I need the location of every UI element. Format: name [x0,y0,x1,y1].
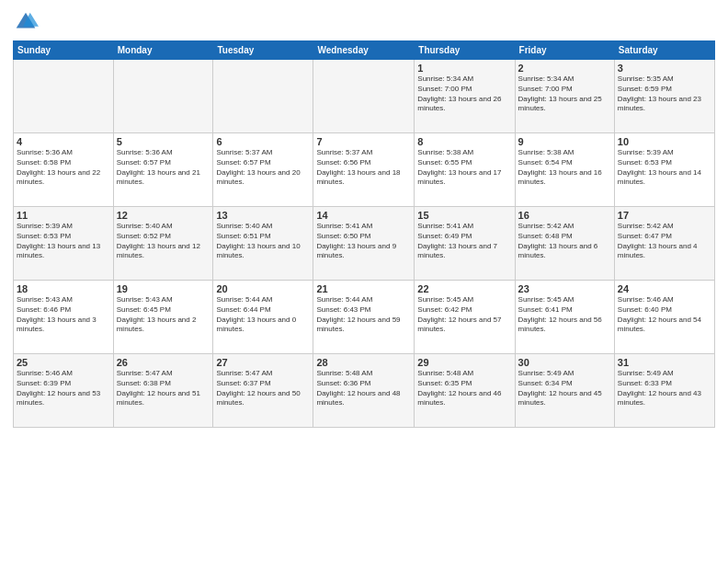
day-cell: 22Sunrise: 5:45 AMSunset: 6:42 PMDayligh… [415,281,515,354]
page: SundayMondayTuesdayWednesdayThursdayFrid… [0,0,728,563]
day-info: Sunrise: 5:45 AMSunset: 6:42 PMDaylight:… [417,295,511,335]
day-cell: 2Sunrise: 5:34 AMSunset: 7:00 PMDaylight… [515,60,614,133]
day-cell: 9Sunrise: 5:38 AMSunset: 6:54 PMDaylight… [515,133,614,207]
day-number: 16 [518,210,611,221]
day-header-sunday: Sunday [14,41,114,60]
day-info: Sunrise: 5:46 AMSunset: 6:40 PMDaylight:… [618,295,711,335]
day-header-tuesday: Tuesday [213,41,313,60]
day-info: Sunrise: 5:42 AMSunset: 6:48 PMDaylight:… [518,222,611,261]
day-info: Sunrise: 5:46 AMSunset: 6:39 PMDaylight:… [17,369,110,408]
day-number: 18 [17,283,110,294]
header [13,9,715,35]
day-number: 21 [316,283,411,294]
day-number: 11 [17,210,110,221]
day-cell: 3Sunrise: 5:35 AMSunset: 6:59 PMDaylight… [614,60,714,133]
day-info: Sunrise: 5:48 AMSunset: 6:36 PMDaylight:… [316,369,411,408]
day-cell: 21Sunrise: 5:44 AMSunset: 6:43 PMDayligh… [313,281,415,354]
day-cell: 14Sunrise: 5:41 AMSunset: 6:50 PMDayligh… [313,207,415,281]
day-info: Sunrise: 5:47 AMSunset: 6:38 PMDaylight:… [117,369,210,408]
day-info: Sunrise: 5:48 AMSunset: 6:35 PMDaylight:… [417,369,511,408]
day-info: Sunrise: 5:36 AMSunset: 6:58 PMDaylight:… [17,148,110,188]
day-info: Sunrise: 5:40 AMSunset: 6:52 PMDaylight:… [117,222,210,261]
day-cell: 24Sunrise: 5:46 AMSunset: 6:40 PMDayligh… [614,281,714,354]
day-cell: 16Sunrise: 5:42 AMSunset: 6:48 PMDayligh… [515,207,614,281]
day-number: 2 [518,63,611,74]
day-info: Sunrise: 5:34 AMSunset: 7:00 PMDaylight:… [518,75,611,114]
day-cell: 15Sunrise: 5:41 AMSunset: 6:49 PMDayligh… [415,207,515,281]
day-number: 19 [117,283,210,294]
day-cell: 1Sunrise: 5:34 AMSunset: 7:00 PMDaylight… [415,60,515,133]
header-row: SundayMondayTuesdayWednesdayThursdayFrid… [14,41,715,60]
logo-icon [13,9,39,35]
day-cell: 29Sunrise: 5:48 AMSunset: 6:35 PMDayligh… [415,354,515,428]
day-number: 12 [117,210,210,221]
day-cell [313,60,415,133]
calendar-header: SundayMondayTuesdayWednesdayThursdayFrid… [14,41,715,60]
day-header-friday: Friday [515,41,614,60]
day-info: Sunrise: 5:40 AMSunset: 6:51 PMDaylight:… [216,222,310,261]
day-number: 27 [216,357,310,368]
day-info: Sunrise: 5:41 AMSunset: 6:49 PMDaylight:… [417,222,511,261]
day-cell [113,60,213,133]
day-number: 25 [17,357,110,368]
day-info: Sunrise: 5:37 AMSunset: 6:57 PMDaylight:… [216,148,310,188]
week-row-4: 18Sunrise: 5:43 AMSunset: 6:46 PMDayligh… [14,281,715,354]
day-info: Sunrise: 5:37 AMSunset: 6:56 PMDaylight:… [316,148,411,188]
day-info: Sunrise: 5:49 AMSunset: 6:33 PMDaylight:… [618,369,711,408]
day-number: 30 [518,357,611,368]
day-number: 26 [117,357,210,368]
day-cell: 5Sunrise: 5:36 AMSunset: 6:57 PMDaylight… [113,133,213,207]
day-cell [14,60,114,133]
day-number: 5 [117,136,210,147]
day-cell: 6Sunrise: 5:37 AMSunset: 6:57 PMDaylight… [213,133,313,207]
day-header-wednesday: Wednesday [313,41,415,60]
day-info: Sunrise: 5:38 AMSunset: 6:54 PMDaylight:… [518,148,611,188]
day-cell: 4Sunrise: 5:36 AMSunset: 6:58 PMDaylight… [14,133,114,207]
week-row-3: 11Sunrise: 5:39 AMSunset: 6:53 PMDayligh… [14,207,715,281]
week-row-2: 4Sunrise: 5:36 AMSunset: 6:58 PMDaylight… [14,133,715,207]
day-info: Sunrise: 5:43 AMSunset: 6:45 PMDaylight:… [117,295,210,335]
day-number: 14 [316,210,411,221]
day-cell: 30Sunrise: 5:49 AMSunset: 6:34 PMDayligh… [515,354,614,428]
day-number: 1 [417,63,511,74]
day-cell: 26Sunrise: 5:47 AMSunset: 6:38 PMDayligh… [113,354,213,428]
day-header-monday: Monday [113,41,213,60]
day-cell: 27Sunrise: 5:47 AMSunset: 6:37 PMDayligh… [213,354,313,428]
day-cell: 10Sunrise: 5:39 AMSunset: 6:53 PMDayligh… [614,133,714,207]
day-cell: 31Sunrise: 5:49 AMSunset: 6:33 PMDayligh… [614,354,714,428]
day-header-saturday: Saturday [614,41,714,60]
day-cell: 17Sunrise: 5:42 AMSunset: 6:47 PMDayligh… [614,207,714,281]
day-number: 31 [618,357,711,368]
calendar-body: 1Sunrise: 5:34 AMSunset: 7:00 PMDaylight… [14,60,715,428]
day-cell: 28Sunrise: 5:48 AMSunset: 6:36 PMDayligh… [313,354,415,428]
day-number: 8 [417,136,511,147]
day-cell: 19Sunrise: 5:43 AMSunset: 6:45 PMDayligh… [113,281,213,354]
day-number: 24 [618,283,711,294]
day-info: Sunrise: 5:43 AMSunset: 6:46 PMDaylight:… [17,295,110,335]
day-cell: 18Sunrise: 5:43 AMSunset: 6:46 PMDayligh… [14,281,114,354]
day-info: Sunrise: 5:41 AMSunset: 6:50 PMDaylight:… [316,222,411,261]
day-cell: 7Sunrise: 5:37 AMSunset: 6:56 PMDaylight… [313,133,415,207]
day-info: Sunrise: 5:42 AMSunset: 6:47 PMDaylight:… [618,222,711,261]
day-info: Sunrise: 5:44 AMSunset: 6:43 PMDaylight:… [316,295,411,335]
day-number: 22 [417,283,511,294]
day-info: Sunrise: 5:38 AMSunset: 6:55 PMDaylight:… [417,148,511,188]
day-number: 13 [216,210,310,221]
day-number: 20 [216,283,310,294]
day-number: 9 [518,136,611,147]
day-info: Sunrise: 5:35 AMSunset: 6:59 PMDaylight:… [618,75,711,114]
week-row-1: 1Sunrise: 5:34 AMSunset: 7:00 PMDaylight… [14,60,715,133]
day-number: 6 [216,136,310,147]
day-cell: 11Sunrise: 5:39 AMSunset: 6:53 PMDayligh… [14,207,114,281]
day-cell: 13Sunrise: 5:40 AMSunset: 6:51 PMDayligh… [213,207,313,281]
day-info: Sunrise: 5:49 AMSunset: 6:34 PMDaylight:… [518,369,611,408]
day-cell: 25Sunrise: 5:46 AMSunset: 6:39 PMDayligh… [14,354,114,428]
day-number: 4 [17,136,110,147]
day-cell: 23Sunrise: 5:45 AMSunset: 6:41 PMDayligh… [515,281,614,354]
day-number: 29 [417,357,511,368]
day-info: Sunrise: 5:39 AMSunset: 6:53 PMDaylight:… [17,222,110,261]
day-number: 7 [316,136,411,147]
day-number: 23 [518,283,611,294]
day-cell [213,60,313,133]
day-info: Sunrise: 5:34 AMSunset: 7:00 PMDaylight:… [417,75,511,114]
